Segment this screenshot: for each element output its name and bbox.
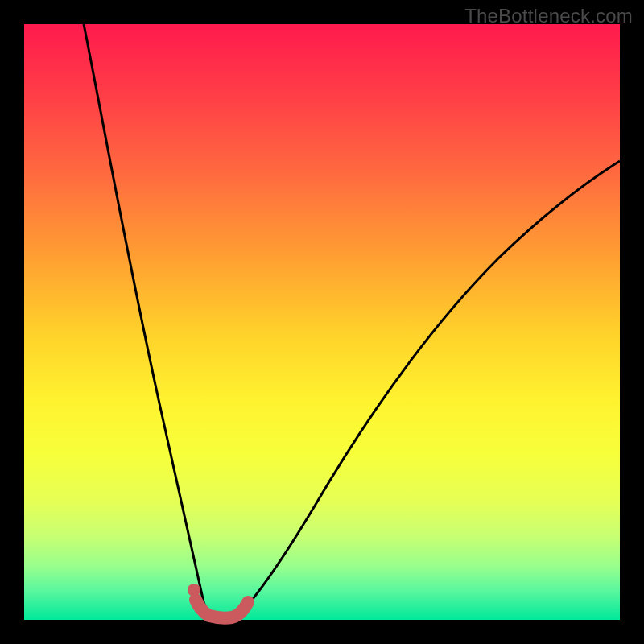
chart-frame: TheBottleneck.com bbox=[0, 0, 644, 644]
marker-dot bbox=[188, 584, 200, 597]
trough-marker-band bbox=[196, 600, 248, 618]
watermark-text: TheBottleneck.com bbox=[464, 5, 633, 27]
chart-svg bbox=[24, 24, 620, 620]
curve-right-branch bbox=[238, 161, 620, 616]
curve-left-branch bbox=[84, 24, 208, 616]
